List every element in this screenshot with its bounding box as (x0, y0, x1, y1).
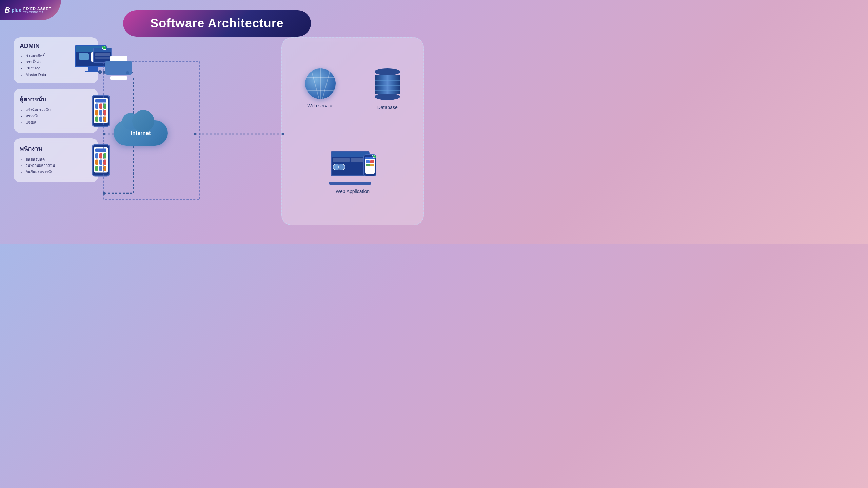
staff-title: พนักงาน (20, 144, 92, 154)
globe-icon (305, 68, 336, 99)
webapp-icon: ✓ (329, 151, 376, 185)
database-icon (375, 68, 400, 101)
auditor-list: แจ้งนัดตรวจนับ ตรวจนับ แจ้งผล (20, 107, 92, 126)
staff-item-1: ยืนยันรับนัด (26, 156, 92, 163)
logo-b: B (5, 6, 10, 15)
admin-card: ADMIN กำหนดสิทธิ์ การตั้งค่า Print Tag M… (14, 37, 98, 83)
logo-plus: plus (12, 7, 21, 13)
auditor-item-3: แจ้งผล (26, 119, 92, 126)
webapp-phone-icon: ✓ (363, 154, 376, 176)
web-service-label: Web service (307, 103, 333, 108)
printer-container (105, 56, 132, 78)
left-panel: ADMIN กำหนดสิทธิ์ การตั้งค่า Print Tag M… (14, 37, 98, 182)
logo-line2: TRACKING V.1 (23, 11, 52, 14)
logo-title: FIXED ASSET TRACKING V.1 (23, 7, 52, 14)
server-top-row: Web service Database (289, 68, 416, 110)
staff-item-2: รับทราบผลการนับ (26, 162, 92, 169)
printer-icon (105, 56, 132, 78)
web-app-label: Web Application (336, 189, 370, 194)
logo: B plus FIXED ASSET TRACKING V.1 (0, 0, 61, 20)
title-pill: Software Architecture (123, 10, 311, 37)
database-item: Database (375, 68, 400, 110)
printer-dot (126, 71, 129, 74)
internet-label: Internet (131, 130, 151, 136)
page-title: Software Architecture (150, 16, 284, 30)
internet-cloud: Internet (114, 120, 168, 146)
cloud-container: Internet (114, 120, 168, 146)
auditor-item-2: ตรวจนับ (26, 113, 92, 119)
auditor-title: ผู้ตรวจนับ (20, 94, 92, 104)
printer-body (105, 61, 132, 75)
logo-line1: FIXED ASSET (23, 7, 52, 11)
auditor-card: ผู้ตรวจนับ แจ้งนัดตรวจนับ ตรวจนับ แจ้งผล (14, 89, 98, 133)
staff-card: พนักงาน ยืนยันรับนัด รับทราบผลการนับ ยืน… (14, 138, 98, 182)
staff-item-3: ยืนยันผลตรวจนับ (26, 169, 92, 175)
staff-list: ยืนยันรับนัด รับทราบผลการนับ ยืนยันผลตรว… (20, 156, 92, 175)
server-panel: Web service Database (281, 37, 424, 225)
database-label: Database (377, 105, 398, 110)
web-app-item: ✓ Web Application (329, 151, 376, 194)
printer-paper-in (110, 76, 127, 80)
auditor-item-1: แจ้งนัดตรวจนับ (26, 107, 92, 113)
web-service-item: Web service (305, 68, 336, 108)
